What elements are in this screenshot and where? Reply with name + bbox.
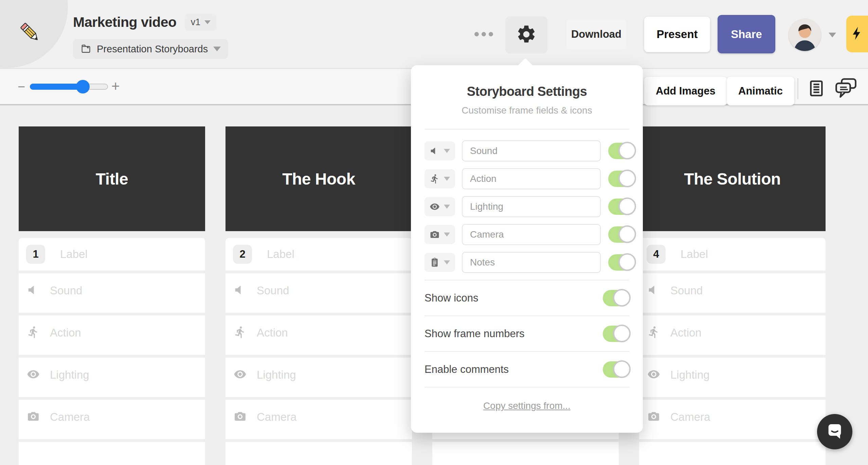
- icon-picker-button[interactable]: [424, 169, 455, 188]
- share-button[interactable]: Share: [718, 15, 775, 53]
- running-icon: [647, 326, 660, 339]
- ellipsis-icon[interactable]: [474, 32, 493, 36]
- frame-image[interactable]: The Solution: [639, 126, 826, 231]
- animatic-button[interactable]: Animatic: [727, 77, 794, 105]
- running-icon: [430, 174, 440, 184]
- frame-action-field[interactable]: Action: [639, 315, 826, 355]
- field-toggle[interactable]: [608, 254, 635, 271]
- frame-image[interactable]: Title: [19, 126, 205, 231]
- script-view-button[interactable]: [807, 78, 826, 99]
- divider: [424, 129, 629, 130]
- field-name-input[interactable]: [462, 140, 601, 161]
- frame-field-placeholder: Sound: [257, 284, 289, 297]
- zoom-in-button[interactable]: +: [111, 78, 120, 94]
- show-icons-toggle[interactable]: [603, 290, 629, 306]
- enable-comments-row: Enable comments: [424, 352, 629, 388]
- frame-camera-field[interactable]: Camera: [19, 400, 205, 439]
- version-label: v1: [191, 17, 201, 28]
- chat-launcher-button[interactable]: [817, 414, 852, 449]
- frame-action-field[interactable]: Action: [225, 315, 412, 355]
- project-selector[interactable]: Presentation Storyboards: [73, 39, 228, 59]
- frame-lighting-field[interactable]: Lighting: [19, 358, 205, 397]
- comments-view-button[interactable]: [834, 78, 858, 99]
- field-name-input[interactable]: [462, 224, 601, 245]
- field-toggle[interactable]: [608, 226, 635, 243]
- enable-comments-toggle[interactable]: [603, 361, 629, 378]
- field-toggle[interactable]: [608, 199, 635, 215]
- field-toggle[interactable]: [608, 143, 635, 159]
- field-setting-sound: [424, 140, 629, 161]
- icon-picker-button[interactable]: [424, 225, 455, 244]
- frame-camera-field[interactable]: Camera: [225, 400, 412, 439]
- storyboard-frame-2: The Hook 2 Label Sound Action Lighting C…: [225, 126, 412, 465]
- project-name: Presentation Storyboards: [97, 44, 208, 55]
- pencil-icon[interactable]: [19, 21, 42, 46]
- field-name-input[interactable]: [462, 252, 601, 273]
- frame-field-placeholder: Lighting: [50, 368, 89, 381]
- zoom-out-button[interactable]: −: [18, 80, 25, 94]
- frame-field-placeholder: Action: [50, 326, 81, 339]
- chevron-down-icon: [213, 47, 221, 51]
- settings-button[interactable]: [505, 16, 547, 54]
- upgrade-button[interactable]: [846, 16, 868, 52]
- lightning-icon: [849, 25, 865, 42]
- icon-picker-button[interactable]: [424, 253, 455, 272]
- frame-lighting-field[interactable]: Lighting: [225, 358, 412, 397]
- app-header: Marketing video v1 Presentation Storyboa…: [0, 0, 868, 69]
- frame-label-field[interactable]: 1 Label: [19, 238, 205, 271]
- avatar[interactable]: [789, 19, 821, 51]
- version-selector[interactable]: v1: [185, 14, 217, 31]
- zoom-slider-knob[interactable]: [76, 80, 90, 93]
- frame-notes-field[interactable]: [432, 442, 619, 465]
- toolbar-divider: [797, 78, 798, 99]
- zoom-slider[interactable]: [30, 84, 108, 90]
- toggle-knob: [618, 253, 636, 271]
- eye-icon: [234, 368, 247, 381]
- enable-comments-label: Enable comments: [424, 363, 509, 376]
- frame-card: 4 Label Sound Action Lighting Camera: [639, 238, 826, 465]
- account-chevron-down-icon[interactable]: [829, 33, 836, 37]
- frame-label-placeholder: Label: [681, 248, 708, 261]
- add-images-button[interactable]: Add Images: [644, 77, 727, 105]
- field-name-input[interactable]: [462, 196, 601, 217]
- frame-notes-field[interactable]: [19, 442, 205, 465]
- frame-sound-field[interactable]: Sound: [639, 273, 826, 313]
- download-button[interactable]: Download: [566, 19, 626, 49]
- show-icons-row: Show icons: [424, 280, 629, 316]
- frame-sound-field[interactable]: Sound: [225, 273, 412, 313]
- popover-title: Storyboard Settings: [424, 84, 629, 99]
- present-button[interactable]: Present: [644, 16, 710, 52]
- frame-sound-field[interactable]: Sound: [19, 273, 205, 313]
- frame-image[interactable]: The Hook: [225, 126, 412, 231]
- field-name-input[interactable]: [462, 168, 601, 189]
- running-icon: [234, 326, 247, 339]
- icon-picker-button[interactable]: [424, 197, 455, 216]
- toggle-knob: [613, 360, 631, 378]
- toggle-knob: [613, 325, 631, 342]
- toggle-knob: [618, 197, 636, 215]
- camera-icon: [647, 410, 660, 423]
- show-frame-numbers-toggle[interactable]: [603, 326, 629, 342]
- frame-field-placeholder: Camera: [257, 411, 296, 424]
- frame-action-field[interactable]: Action: [19, 315, 205, 355]
- download-label: Download: [571, 28, 621, 40]
- frame-field-placeholder: Camera: [670, 411, 710, 424]
- frame-notes-field[interactable]: [639, 442, 826, 465]
- frame-card: 1 Label Sound Action Lighting Camera: [19, 238, 205, 465]
- frame-title: Title: [96, 170, 128, 188]
- frame-label-field[interactable]: 4 Label: [639, 238, 826, 271]
- frame-label-field[interactable]: 2 Label: [225, 238, 412, 271]
- camera-icon: [234, 410, 247, 423]
- field-toggle[interactable]: [608, 171, 635, 187]
- icon-picker-button[interactable]: [424, 141, 455, 160]
- frame-number-badge: 4: [647, 245, 666, 264]
- frame-title: The Solution: [684, 170, 781, 188]
- copy-settings-link[interactable]: Copy settings from...: [483, 400, 571, 411]
- frame-camera-field[interactable]: Camera: [639, 400, 826, 439]
- title-row: Marketing video v1: [73, 14, 217, 31]
- frame-lighting-field[interactable]: Lighting: [639, 358, 826, 397]
- frame-title: The Hook: [282, 170, 355, 188]
- storyboard-title[interactable]: Marketing video: [73, 14, 177, 30]
- running-icon: [27, 326, 40, 339]
- frame-notes-field[interactable]: [225, 442, 412, 465]
